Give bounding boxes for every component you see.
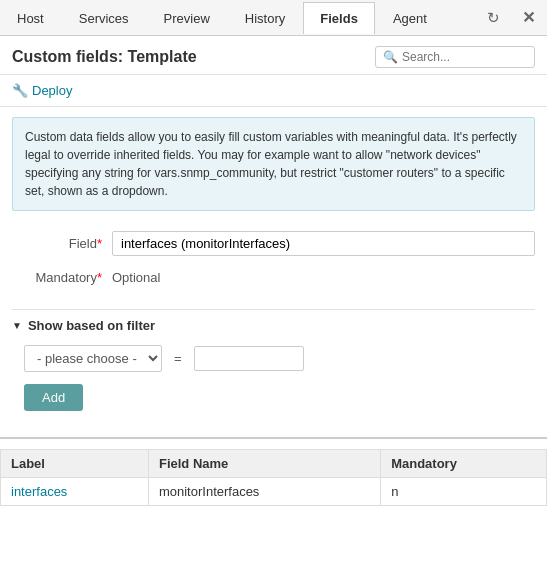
add-button[interactable]: Add (24, 384, 83, 411)
refresh-icon[interactable]: ↻ (477, 1, 510, 35)
mandatory-required-marker: * (97, 270, 102, 285)
filter-section: ▼ Show based on filter - please choose -… (0, 309, 547, 431)
deploy-label: Deploy (32, 83, 72, 98)
tab-preview[interactable]: Preview (147, 2, 227, 34)
field-input[interactable] (112, 231, 535, 256)
page-title: Custom fields: Template (12, 48, 375, 66)
filter-operator: = (170, 351, 186, 366)
mandatory-row: Mandatory* Optional (12, 266, 535, 289)
tab-history[interactable]: History (228, 2, 302, 34)
field-row: Field* (12, 231, 535, 256)
search-icon: 🔍 (383, 50, 398, 64)
page-header: Custom fields: Template 🔍 (0, 36, 547, 75)
field-label: Field* (12, 236, 112, 251)
filter-value-input[interactable] (194, 346, 304, 371)
table-header-row: Label Field Name Mandatory (1, 450, 547, 478)
tab-services[interactable]: Services (62, 2, 146, 34)
cell-mandatory: n (381, 478, 547, 506)
filter-row: - please choose - = (12, 345, 535, 372)
cell-label[interactable]: interfaces (1, 478, 149, 506)
tab-bar: Host Services Preview History Fields Age… (0, 0, 547, 36)
cell-field-name: monitorInterfaces (148, 478, 380, 506)
col-label: Label (1, 450, 149, 478)
info-text: Custom data fields allow you to easily f… (25, 130, 517, 198)
form-section: Field* Mandatory* Optional (0, 221, 547, 309)
required-marker: * (97, 236, 102, 251)
chevron-down-icon: ▼ (12, 320, 22, 331)
col-mandatory: Mandatory (381, 450, 547, 478)
filter-header-label: Show based on filter (28, 318, 155, 333)
search-input[interactable] (402, 50, 527, 64)
search-box[interactable]: 🔍 (375, 46, 535, 68)
filter-header[interactable]: ▼ Show based on filter (12, 309, 535, 333)
mandatory-value: Optional (112, 266, 535, 289)
wrench-icon: 🔧 (12, 83, 28, 98)
table-wrapper: Label Field Name Mandatory interfaces mo… (0, 437, 547, 506)
col-field-name: Field Name (148, 450, 380, 478)
filter-field-select[interactable]: - please choose - (24, 345, 162, 372)
info-box: Custom data fields allow you to easily f… (12, 117, 535, 211)
deploy-row: 🔧 Deploy (0, 75, 547, 107)
close-icon[interactable]: ✕ (510, 0, 547, 35)
table-head: Label Field Name Mandatory (1, 450, 547, 478)
tab-fields[interactable]: Fields (303, 2, 375, 34)
deploy-link[interactable]: 🔧 Deploy (12, 83, 72, 98)
results-table: Label Field Name Mandatory interfaces mo… (0, 449, 547, 506)
table-row: interfaces monitorInterfaces n (1, 478, 547, 506)
table-body: interfaces monitorInterfaces n (1, 478, 547, 506)
tab-agent[interactable]: Agent (376, 2, 444, 34)
mandatory-label: Mandatory* (12, 270, 112, 285)
tab-host[interactable]: Host (0, 2, 61, 34)
